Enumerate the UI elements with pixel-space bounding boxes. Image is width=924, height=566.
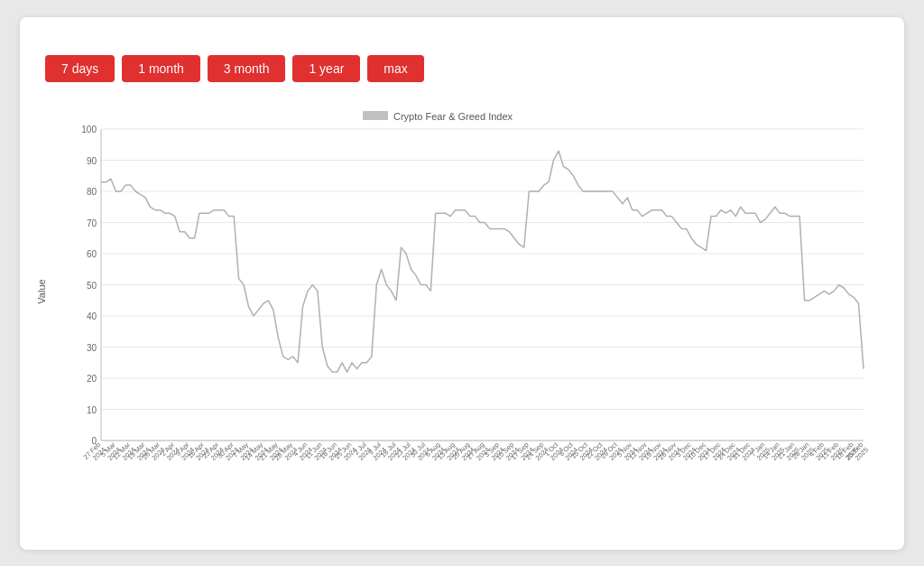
btn-1month[interactable]: 1 month bbox=[122, 55, 200, 82]
svg-text:70: 70 bbox=[87, 218, 97, 227]
chart-svg: Crypto Fear & Greed Index010203040506070… bbox=[45, 102, 879, 481]
btn-3month[interactable]: 3 month bbox=[208, 55, 286, 82]
svg-text:40: 40 bbox=[87, 311, 97, 321]
btn-1year[interactable]: 1 year bbox=[292, 55, 360, 82]
svg-text:10: 10 bbox=[87, 404, 97, 414]
svg-text:50: 50 bbox=[87, 280, 97, 290]
btn-7days[interactable]: 7 days bbox=[45, 55, 115, 82]
main-card: 7 days 1 month 3 month 1 year max ValueC… bbox=[20, 17, 904, 550]
svg-text:Crypto Fear & Greed Index: Crypto Fear & Greed Index bbox=[393, 111, 513, 122]
svg-text:20: 20 bbox=[87, 374, 97, 384]
btn-max[interactable]: max bbox=[367, 55, 423, 82]
fear-greed-line bbox=[101, 151, 864, 372]
svg-text:30: 30 bbox=[87, 342, 97, 352]
time-range-buttons: 7 days 1 month 3 month 1 year max bbox=[45, 55, 879, 82]
svg-text:80: 80 bbox=[87, 187, 97, 197]
svg-text:60: 60 bbox=[87, 249, 97, 259]
y-axis-label: Value bbox=[36, 279, 47, 303]
svg-text:100: 100 bbox=[81, 125, 97, 135]
svg-rect-0 bbox=[363, 111, 388, 120]
chart-area: ValueCrypto Fear & Greed Index0102030405… bbox=[45, 102, 879, 481]
svg-text:90: 90 bbox=[87, 155, 97, 165]
